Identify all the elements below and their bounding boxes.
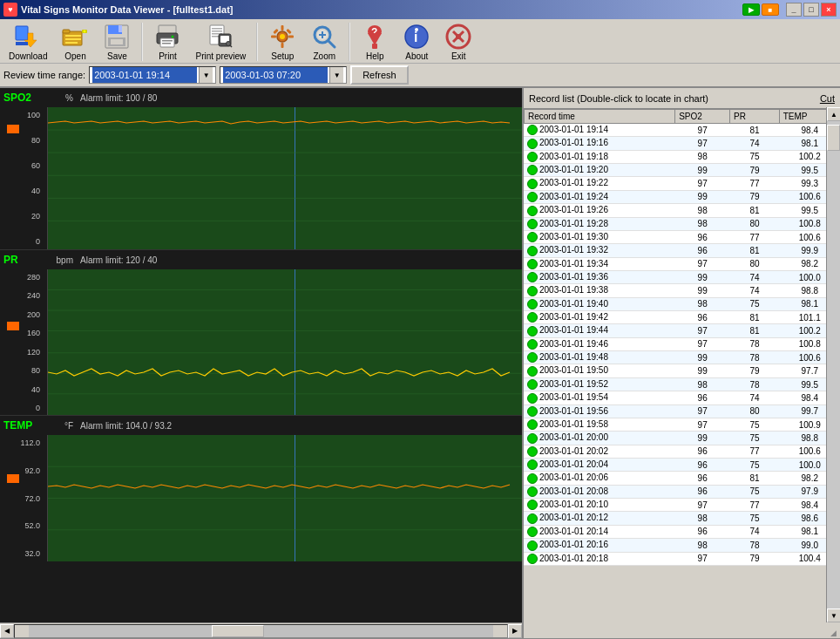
table-row[interactable]: 2003-01-01 20:189779100.4 bbox=[524, 552, 840, 565]
exit-button[interactable]: Exit bbox=[437, 21, 479, 63]
review-bar: Review time range: ▼ ▼ Refresh bbox=[0, 64, 840, 88]
record-scroll-area[interactable]: 2003-01-01 19:14978198.42003-01-01 19:16… bbox=[524, 124, 840, 639]
cell-spo2: 99 bbox=[675, 164, 730, 177]
table-row[interactable]: 2003-01-01 20:16987899.0 bbox=[524, 539, 840, 552]
title-bar-controls[interactable]: ▶ ■ _ □ × bbox=[742, 3, 837, 17]
table-row[interactable]: 2003-01-01 19:309677100.6 bbox=[524, 230, 840, 243]
table-row[interactable]: 2003-01-01 19:429681101.1 bbox=[524, 311, 840, 324]
review-end-field[interactable] bbox=[223, 67, 328, 83]
temp-label: TEMP bbox=[3, 419, 47, 432]
table-row[interactable]: 2003-01-01 19:20997999.5 bbox=[524, 164, 840, 177]
table-row[interactable]: 2003-01-01 19:32968199.9 bbox=[524, 244, 840, 257]
record-scrollbar[interactable]: ▲ ▼ bbox=[826, 107, 840, 622]
cell-pr: 79 bbox=[730, 164, 780, 177]
review-start-dropdown[interactable]: ▼ bbox=[199, 67, 213, 83]
table-row[interactable]: 2003-01-01 19:249979100.6 bbox=[524, 190, 840, 203]
table-row[interactable]: 2003-01-01 19:14978198.4 bbox=[524, 124, 840, 137]
open-button[interactable]: Open bbox=[54, 21, 96, 63]
close-button[interactable]: × bbox=[821, 3, 837, 17]
pr-tick-0: 0 bbox=[2, 404, 45, 412]
indicator-orange: ■ bbox=[762, 3, 779, 16]
table-row[interactable]: 2003-01-01 20:00997598.8 bbox=[524, 432, 840, 445]
cell-pr: 80 bbox=[730, 257, 780, 270]
cell-pr: 74 bbox=[730, 270, 780, 283]
svg-rect-23 bbox=[212, 31, 222, 32]
table-row[interactable]: 2003-01-01 19:449781100.2 bbox=[524, 324, 840, 337]
table-row[interactable]: 2003-01-01 19:52987899.5 bbox=[524, 377, 840, 391]
maximize-button[interactable]: □ bbox=[803, 3, 819, 17]
table-row[interactable]: 2003-01-01 19:469778100.8 bbox=[524, 337, 840, 350]
table-row[interactable]: 2003-01-01 19:40987598.1 bbox=[524, 297, 840, 310]
minimize-button[interactable]: _ bbox=[786, 3, 802, 17]
cell-time: 2003-01-01 20:10 bbox=[524, 499, 675, 512]
table-row[interactable]: 2003-01-01 20:08967597.9 bbox=[524, 485, 840, 498]
save-button[interactable]: Save bbox=[96, 21, 138, 63]
scroll-left-button[interactable]: ◀ bbox=[0, 624, 14, 638]
table-row[interactable]: 2003-01-01 19:38997498.8 bbox=[524, 284, 840, 297]
scroll-right-button[interactable]: ▶ bbox=[508, 624, 522, 638]
table-row[interactable]: 2003-01-01 19:54967498.4 bbox=[524, 391, 840, 404]
temp-chart-area: 112.0 92.0 72.0 52.0 32.0 bbox=[0, 435, 522, 561]
cell-spo2: 97 bbox=[675, 499, 730, 512]
table-row[interactable]: 2003-01-01 19:369974100.0 bbox=[524, 270, 840, 283]
chart-scrollbar[interactable]: ◀ ▶ bbox=[0, 622, 522, 638]
refresh-button[interactable]: Refresh bbox=[350, 65, 409, 85]
table-row[interactable]: 2003-01-01 19:189875100.2 bbox=[524, 150, 840, 163]
chart-panel: SPO2 % Alarm limit: 100 / 80 100 80 60 4… bbox=[0, 88, 523, 638]
svg-rect-0 bbox=[16, 26, 28, 40]
help-button[interactable]: ? Help bbox=[354, 21, 396, 63]
scroll-down-button[interactable]: ▼ bbox=[827, 608, 840, 622]
record-table: Record time SPO2 PR TEMP bbox=[524, 109, 840, 124]
svg-rect-18 bbox=[162, 40, 173, 42]
table-row[interactable]: 2003-01-01 19:289880100.8 bbox=[524, 217, 840, 230]
review-end-dropdown[interactable]: ▼ bbox=[329, 67, 343, 83]
cell-pr: 77 bbox=[730, 445, 780, 458]
svg-rect-19 bbox=[162, 43, 171, 44]
table-row[interactable]: 2003-01-01 19:26988199.5 bbox=[524, 204, 840, 217]
about-button[interactable]: i About bbox=[396, 21, 437, 63]
spo2-alarm-indicator bbox=[7, 125, 19, 133]
resize-handle[interactable]: ◢ bbox=[830, 629, 837, 637]
scrollbar-track[interactable] bbox=[14, 624, 508, 638]
cell-time: 2003-01-01 19:46 bbox=[524, 337, 675, 350]
setup-button[interactable]: Setup bbox=[261, 21, 303, 63]
scroll-up-button[interactable]: ▲ bbox=[827, 107, 840, 121]
cell-pr: 74 bbox=[730, 137, 780, 150]
table-row[interactable]: 2003-01-01 19:56978099.7 bbox=[524, 404, 840, 418]
table-row[interactable]: 2003-01-01 20:06968198.2 bbox=[524, 472, 840, 485]
cell-spo2: 98 bbox=[675, 150, 730, 163]
table-row[interactable]: 2003-01-01 19:22977799.3 bbox=[524, 177, 840, 190]
table-row[interactable]: 2003-01-01 20:14967498.1 bbox=[524, 525, 840, 538]
scroll-thumb[interactable] bbox=[827, 125, 840, 151]
save-icon bbox=[103, 23, 131, 51]
table-row[interactable]: 2003-01-01 19:50997997.7 bbox=[524, 364, 840, 377]
cell-pr: 75 bbox=[730, 418, 780, 431]
open-label: Open bbox=[64, 51, 85, 61]
print-button[interactable]: Print bbox=[146, 21, 188, 63]
table-row[interactable]: 2003-01-01 20:029677100.6 bbox=[524, 445, 840, 458]
table-row[interactable]: 2003-01-01 19:16977498.1 bbox=[524, 137, 840, 150]
review-start-input[interactable]: ▼ bbox=[89, 66, 216, 84]
review-start-field[interactable] bbox=[92, 67, 197, 83]
scrollbar-thumb[interactable] bbox=[212, 625, 264, 637]
pr-unit: bpm bbox=[47, 255, 73, 265]
cell-spo2: 96 bbox=[675, 230, 730, 243]
table-row[interactable]: 2003-01-01 20:049675100.0 bbox=[524, 458, 840, 471]
spo2-tick-80: 80 bbox=[2, 136, 45, 145]
cut-button[interactable]: Cut bbox=[820, 93, 835, 104]
record-list-panel: Record list (Double-click to locate in c… bbox=[523, 88, 840, 638]
record-table-wrapper: Record time SPO2 PR TEMP 2003-01-01 19:1… bbox=[524, 109, 840, 639]
table-row[interactable]: 2003-01-01 19:34978098.2 bbox=[524, 257, 840, 270]
table-row[interactable]: 2003-01-01 20:12987598.6 bbox=[524, 512, 840, 525]
download-button[interactable]: Download bbox=[2, 21, 54, 63]
scroll-track[interactable] bbox=[827, 121, 840, 608]
table-row[interactable]: 2003-01-01 19:589775100.9 bbox=[524, 418, 840, 431]
review-end-input[interactable]: ▼ bbox=[220, 66, 347, 84]
cell-time: 2003-01-01 19:22 bbox=[524, 177, 675, 190]
table-row[interactable]: 2003-01-01 20:10977798.4 bbox=[524, 499, 840, 512]
print-preview-button[interactable]: Print preview bbox=[188, 21, 253, 63]
table-row[interactable]: 2003-01-01 19:489978100.6 bbox=[524, 351, 840, 364]
pr-tick-240: 240 bbox=[2, 291, 45, 300]
zoom-button[interactable]: Zoom bbox=[303, 21, 345, 63]
record-list-header: Record list (Double-click to locate in c… bbox=[524, 88, 840, 109]
